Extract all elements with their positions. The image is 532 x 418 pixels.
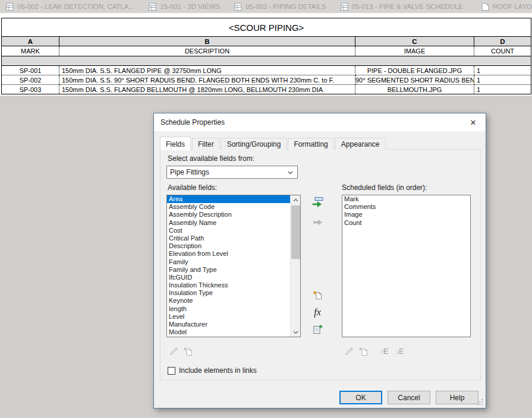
list-item[interactable]: Level (167, 313, 290, 321)
schedule-view: <SCOUR PIPING> A B C D MARK DESCRIPTION … (0, 13, 532, 96)
add-field-button[interactable] (310, 196, 325, 208)
cell-description[interactable]: 150mm DIA. S.S. 90° SHORT RADUIS BEND. F… (59, 75, 355, 85)
view-tab-3d-views[interactable]: 15-601 - 3D VIEWS (143, 0, 228, 13)
close-icon[interactable]: ✕ (461, 113, 486, 131)
cancel-button[interactable]: Cancel (388, 391, 430, 404)
scrollbar[interactable] (290, 195, 300, 337)
move-up-button[interactable]: ↑E (378, 346, 390, 356)
delete-parameter-icon (358, 346, 369, 356)
table-row: SP-003 150mm DIA. S.S. FLANGED BELLMOUTH… (2, 85, 531, 94)
list-item[interactable]: Mark (342, 195, 470, 203)
list-item[interactable]: IfcGUID (167, 274, 290, 281)
new-parameter-icon (313, 290, 323, 300)
resize-grip[interactable] (481, 404, 483, 405)
include-links-checkbox[interactable] (168, 367, 175, 375)
view-tab-piping-details[interactable]: 05-003 - PIPING DETAILS (228, 0, 334, 13)
tab-formatting[interactable]: Formatting (288, 138, 333, 150)
delete-parameter-button[interactable] (182, 346, 194, 356)
view-tab-leak-detection[interactable]: 05-002 - LEAK DETECTION, CATLA... (0, 0, 143, 13)
list-item[interactable]: Model (167, 328, 290, 336)
edit-parameter-button[interactable] (168, 346, 180, 356)
list-item[interactable]: Manufacturer (167, 321, 290, 328)
select-fields-label: Select available fields from: (168, 154, 254, 163)
list-item[interactable]: Insulation Type (167, 289, 290, 297)
view-tab-label: 05-013 - PIPE & VALVE SCHEDULE (352, 3, 464, 10)
view-tab-bar: 05-002 - LEAK DETECTION, CATLA... 15-601… (0, 0, 532, 13)
list-item[interactable]: length (167, 305, 290, 313)
header-row: MARK DESCRIPTION IMAGE COUNT (2, 46, 531, 56)
tab-filter[interactable]: Filter (192, 138, 220, 150)
schedule-icon (234, 2, 242, 11)
list-item[interactable]: Count (342, 219, 470, 227)
header-cell-count[interactable]: COUNT (474, 46, 531, 56)
tab-appearance[interactable]: Appearance (335, 138, 386, 150)
edit-scheduled-parameter-button[interactable] (343, 346, 355, 356)
cell-description[interactable]: 150mm DIA. S.S. FLANGED PIPE @ 32750mm L… (59, 66, 355, 75)
tab-fields[interactable]: Fields (160, 137, 191, 150)
header-cell-description[interactable]: DESCRIPTION (59, 46, 355, 56)
scrollbar-thumb[interactable] (291, 205, 300, 259)
remove-field-button[interactable] (310, 216, 325, 228)
view-tab-roof-layout[interactable]: ROOF LAYO (476, 0, 532, 13)
scheduled-fields-list: Mark Comments Image Count (342, 195, 471, 337)
move-up-icon: ↑E (380, 347, 388, 356)
list-item[interactable]: Family and Type (167, 266, 290, 274)
fields-tab-page: Select available fields from: Pipe Fitti… (160, 149, 481, 381)
cell-mark[interactable]: SP-003 (2, 85, 59, 94)
list-item[interactable]: Elevation from Level (167, 250, 290, 258)
dialog-titlebar[interactable]: Schedule Properties ✕ (154, 113, 486, 131)
cell-count[interactable]: 1 (474, 75, 531, 85)
calculated-value-button[interactable]: fx (310, 306, 325, 318)
list-item[interactable]: Description (167, 242, 290, 250)
delete-scheduled-parameter-button[interactable] (357, 346, 369, 356)
delete-parameter-icon (183, 346, 193, 356)
list-item[interactable]: Comments (342, 203, 470, 211)
list-item[interactable]: Critical Path (167, 235, 290, 242)
scroll-up-icon[interactable] (291, 195, 301, 204)
schedule-icon (149, 2, 156, 11)
help-button[interactable]: Help (436, 391, 479, 404)
cell-image[interactable]: PIPE - DOUBLE FLANGED.JPG (355, 66, 474, 75)
chevron-down-icon (288, 171, 293, 175)
header-cell-mark[interactable]: MARK (2, 46, 59, 56)
scheduled-fields-label: Scheduled fields (in order): (342, 183, 427, 192)
column-letter-row: A B C D (2, 37, 531, 46)
list-item[interactable]: Assembly Code (167, 203, 290, 211)
move-down-button[interactable]: ↓E (394, 346, 405, 356)
combine-parameters-button[interactable] (310, 323, 325, 335)
list-item[interactable]: Area (167, 195, 290, 203)
header-cell-image[interactable]: IMAGE (355, 46, 474, 56)
list-item[interactable]: Image (342, 211, 470, 218)
scroll-down-icon[interactable] (291, 328, 301, 337)
schedule-title: <SCOUR PIPING> (2, 18, 531, 37)
cell-count[interactable]: 1 (474, 66, 531, 75)
list-item[interactable]: Assembly Name (167, 219, 290, 227)
list-item[interactable]: Assembly Description (167, 211, 290, 218)
view-tab-label: 05-003 - PIPING DETAILS (245, 3, 326, 10)
new-parameter-button[interactable] (310, 289, 325, 300)
column-letter: D (474, 37, 531, 46)
schedule-icon (341, 2, 348, 11)
include-links-label: Include elements in links (179, 366, 257, 375)
edit-pencil-icon (344, 346, 354, 356)
column-letter: B (59, 37, 355, 46)
cell-image[interactable]: BELLMOUTH.JPG (355, 85, 474, 94)
list-item[interactable]: Insulation Thickness (167, 281, 290, 289)
category-dropdown[interactable]: Pipe Fittings (166, 166, 298, 179)
tab-sorting-grouping[interactable]: Sorting/Grouping (221, 138, 287, 150)
list-item[interactable]: Family (167, 258, 290, 266)
view-tab-pipe-valve-schedule[interactable]: 05-013 - PIPE & VALVE SCHEDULE (335, 0, 472, 13)
cell-mark[interactable]: SP-002 (2, 75, 59, 85)
column-letter: A (2, 37, 59, 46)
list-item[interactable]: Cost (167, 227, 290, 235)
category-dropdown-value: Pipe Fittings (170, 168, 209, 176)
cell-description[interactable]: 150mm DIA. S.S. FLANGED BELLMOUTH @ 1820… (59, 85, 355, 94)
cell-image[interactable]: 90° SEGMENTED SHORT RADIUS BEN (355, 75, 474, 85)
calculated-value-icon: fx (314, 307, 321, 318)
dialog-title: Schedule Properties (154, 118, 225, 126)
list-item[interactable]: Keynote (167, 297, 290, 305)
cell-count[interactable]: 1 (474, 85, 531, 94)
ok-button[interactable]: OK (339, 391, 382, 404)
cell-mark[interactable]: SP-001 (2, 66, 59, 75)
add-field-icon (311, 197, 323, 207)
